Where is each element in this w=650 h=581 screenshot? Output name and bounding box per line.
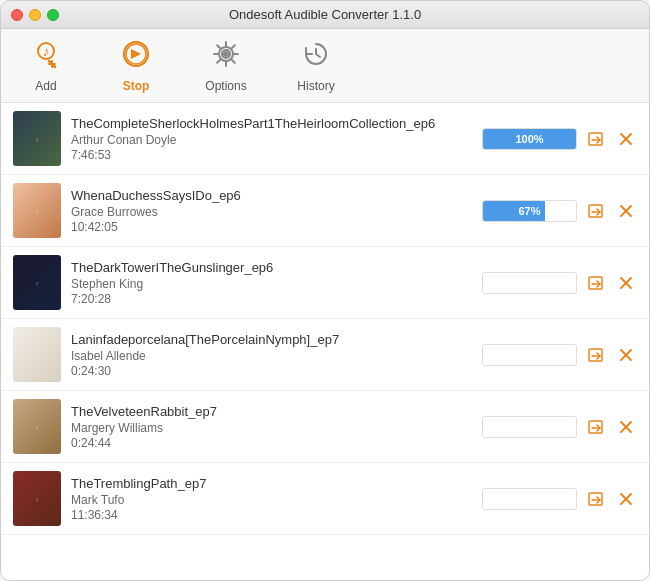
window-title: Ondesoft Audible Converter 1.1.0 [229,7,421,22]
cover-icon: ♪ [34,278,41,288]
book-duration: 0:24:30 [71,364,472,378]
cover-icon: ♪ [34,134,41,144]
svg-line-13 [316,54,320,57]
cover-icon: ♪ [34,494,41,504]
toolbar-options[interactable]: Options [181,33,271,99]
book-duration: 7:20:28 [71,292,472,306]
toolbar-add[interactable]: ♪ Add [1,33,91,99]
book-cover: ♪ [13,111,61,166]
progress-label: 67% [483,201,576,221]
open-folder-button[interactable] [585,200,607,222]
stop-icon [121,39,151,76]
options-icon [211,39,241,76]
cover-icon: ♪ [34,206,41,216]
book-info: TheCompleteSherlockHolmesPart1TheHeirloo… [71,116,472,162]
maximize-button[interactable] [47,9,59,21]
book-duration: 7:46:53 [71,148,472,162]
book-controls [482,344,637,366]
open-folder-button[interactable] [585,416,607,438]
cover-icon: ♪ [34,350,41,360]
progress-bar [482,272,577,294]
book-info: TheVelveteenRabbit_ep7Margery Williams0:… [71,404,472,450]
svg-text:♪: ♪ [43,43,50,59]
options-label: Options [205,79,246,93]
book-author: Isabel Allende [71,349,472,363]
book-title: TheVelveteenRabbit_ep7 [71,404,472,419]
book-author: Grace Burrowes [71,205,472,219]
book-row: ♪TheVelveteenRabbit_ep7Margery Williams0… [1,391,649,463]
book-author: Mark Tufo [71,493,472,507]
book-author: Stephen King [71,277,472,291]
book-controls: 100% [482,128,637,150]
progress-bar: 67% [482,200,577,222]
book-title: TheTremblingPath_ep7 [71,476,472,491]
add-icon: ♪ [31,39,61,76]
book-info: TheTremblingPath_ep7Mark Tufo11:36:34 [71,476,472,522]
book-cover: ♪ [13,399,61,454]
book-row: ♪Laninfadeporcelana[ThePorcelainNymph]_e… [1,319,649,391]
book-author: Arthur Conan Doyle [71,133,472,147]
book-author: Margery Williams [71,421,472,435]
progress-label: 100% [483,129,576,149]
book-controls [482,416,637,438]
book-title: TheCompleteSherlockHolmesPart1TheHeirloo… [71,116,472,131]
book-controls [482,488,637,510]
book-row: ♪TheTremblingPath_ep7Mark Tufo11:36:34 [1,463,649,535]
book-title: TheDarkTowerITheGunslinger_ep6 [71,260,472,275]
progress-bar [482,488,577,510]
remove-book-button[interactable] [615,200,637,222]
toolbar-stop[interactable]: Stop [91,33,181,99]
remove-book-button[interactable] [615,128,637,150]
book-cover: ♪ [13,471,61,526]
book-cover: ♪ [13,255,61,310]
book-list: ♪TheCompleteSherlockHolmesPart1TheHeirlo… [1,103,649,581]
open-folder-button[interactable] [585,488,607,510]
book-title: Laninfadeporcelana[ThePorcelainNymph]_ep… [71,332,472,347]
add-label: Add [35,79,56,93]
book-cover: ♪ [13,327,61,382]
book-row: ♪TheDarkTowerITheGunslinger_ep6Stephen K… [1,247,649,319]
stop-label: Stop [123,79,150,93]
book-duration: 0:24:44 [71,436,472,450]
close-button[interactable] [11,9,23,21]
book-duration: 11:36:34 [71,508,472,522]
remove-book-button[interactable] [615,488,637,510]
book-controls [482,272,637,294]
book-duration: 10:42:05 [71,220,472,234]
cover-icon: ♪ [34,422,41,432]
progress-bar [482,416,577,438]
history-label: History [297,79,334,93]
toolbar-history[interactable]: History [271,33,361,99]
open-folder-button[interactable] [585,128,607,150]
book-info: Laninfadeporcelana[ThePorcelainNymph]_ep… [71,332,472,378]
book-controls: 67% [482,200,637,222]
remove-book-button[interactable] [615,272,637,294]
svg-point-11 [223,51,229,57]
open-folder-button[interactable] [585,344,607,366]
progress-bar: 100% [482,128,577,150]
book-row: ♪WhenaDuchessSaysIDo_ep6Grace Burrowes10… [1,175,649,247]
book-cover: ♪ [13,183,61,238]
remove-book-button[interactable] [615,416,637,438]
progress-bar [482,344,577,366]
book-title: WhenaDuchessSaysIDo_ep6 [71,188,472,203]
remove-book-button[interactable] [615,344,637,366]
book-info: WhenaDuchessSaysIDo_ep6Grace Burrowes10:… [71,188,472,234]
traffic-lights [11,9,59,21]
minimize-button[interactable] [29,9,41,21]
open-folder-button[interactable] [585,272,607,294]
book-row: ♪TheCompleteSherlockHolmesPart1TheHeirlo… [1,103,649,175]
title-bar: Ondesoft Audible Converter 1.1.0 [1,1,649,29]
history-icon [301,39,331,76]
toolbar: ♪ Add Stop [1,29,649,103]
book-info: TheDarkTowerITheGunslinger_ep6Stephen Ki… [71,260,472,306]
